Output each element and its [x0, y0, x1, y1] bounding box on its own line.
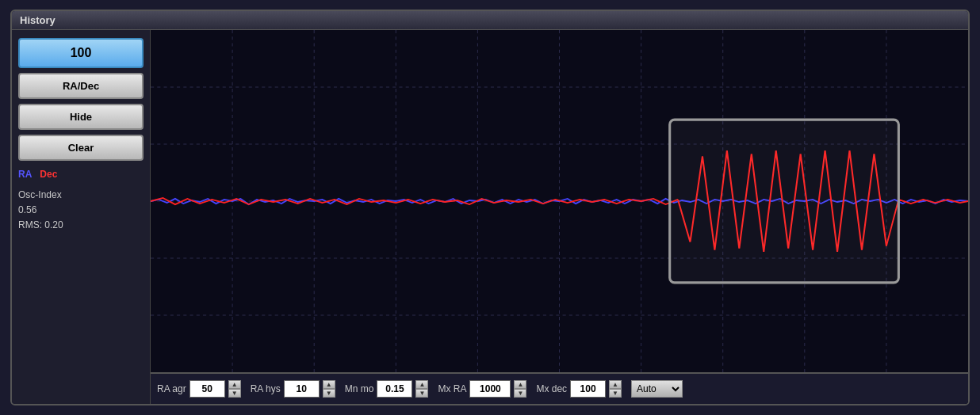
- ra-hys-label: RA hys: [251, 383, 281, 394]
- mx-dec-up[interactable]: ▲: [609, 380, 622, 389]
- mx-ra-label: Mx RA: [438, 383, 466, 394]
- mn-mo-down[interactable]: ▼: [415, 389, 428, 398]
- mn-mo-spinbox: ▲ ▼: [415, 380, 428, 398]
- clear-button[interactable]: Clear: [18, 135, 144, 161]
- chart-area: RA agr ▲ ▼ RA hys ▲ ▼ Mn mo: [151, 30, 968, 404]
- mn-mo-group: Mn mo ▲ ▼: [345, 380, 429, 398]
- mx-dec-label: Mx dec: [536, 383, 567, 394]
- ra-agr-group: RA agr ▲ ▼: [157, 380, 241, 398]
- mn-mo-input[interactable]: [377, 380, 412, 398]
- auto-dropdown[interactable]: Auto Manual: [631, 380, 683, 398]
- hide-button[interactable]: Hide: [18, 104, 144, 130]
- ra-agr-up[interactable]: ▲: [228, 380, 241, 389]
- osc-index-label: Osc-Index: [18, 188, 144, 203]
- mx-ra-group: Mx RA ▲ ▼: [438, 380, 526, 398]
- ra-dec-button[interactable]: RA/Dec: [18, 73, 144, 99]
- title-bar: History: [12, 11, 968, 30]
- info-block: Osc-Index 0.56 RMS: 0.20: [18, 188, 144, 234]
- legend: RA Dec: [18, 169, 144, 180]
- mx-dec-spinbox: ▲ ▼: [609, 380, 622, 398]
- mx-ra-input[interactable]: [469, 380, 511, 398]
- ra-hys-group: RA hys ▲ ▼: [251, 380, 335, 398]
- osc-index-value: 0.56: [18, 203, 144, 218]
- ra-hys-spinbox: ▲ ▼: [323, 380, 335, 398]
- mx-dec-down[interactable]: ▼: [609, 389, 622, 398]
- sidebar: 100 RA/Dec Hide Clear RA Dec Osc-Index 0…: [12, 30, 151, 404]
- auto-group: Auto Manual: [631, 380, 683, 398]
- mx-dec-input[interactable]: [570, 380, 606, 398]
- mx-ra-down[interactable]: ▼: [514, 389, 526, 398]
- chart-svg: [151, 30, 968, 372]
- ra-hys-down[interactable]: ▼: [323, 389, 335, 398]
- history-window: History 100 RA/Dec Hide Clear RA Dec Osc…: [10, 10, 970, 405]
- legend-ra: RA: [18, 169, 32, 180]
- main-content: 100 RA/Dec Hide Clear RA Dec Osc-Index 0…: [12, 30, 968, 404]
- mn-mo-up[interactable]: ▲: [415, 380, 428, 389]
- mx-ra-up[interactable]: ▲: [514, 380, 526, 389]
- bottom-bar: RA agr ▲ ▼ RA hys ▲ ▼ Mn mo: [151, 372, 968, 404]
- ra-agr-spinbox: ▲ ▼: [228, 380, 241, 398]
- ra-agr-label: RA agr: [157, 383, 186, 394]
- ra-hys-up[interactable]: ▲: [323, 380, 335, 389]
- mx-dec-group: Mx dec ▲ ▼: [536, 380, 622, 398]
- legend-dec: Dec: [40, 169, 57, 180]
- value-100-button[interactable]: 100: [18, 38, 144, 68]
- mx-ra-spinbox: ▲ ▼: [514, 380, 526, 398]
- ra-hys-input[interactable]: [284, 380, 320, 398]
- highlight-rect: [670, 120, 899, 283]
- ra-agr-input[interactable]: [189, 380, 225, 398]
- rms-row: RMS: 0.20: [18, 218, 144, 233]
- ra-agr-down[interactable]: ▼: [228, 389, 241, 398]
- mn-mo-label: Mn mo: [345, 383, 374, 394]
- window-title: History: [20, 14, 56, 26]
